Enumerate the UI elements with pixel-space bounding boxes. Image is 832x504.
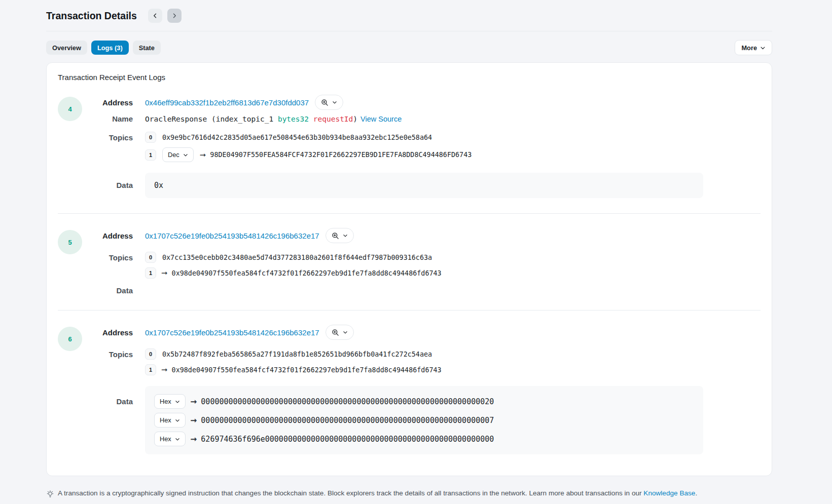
- event-signature: OracleResponse (index_topic_1 bytes32 re…: [145, 115, 357, 123]
- prev-transaction-button[interactable]: [148, 9, 162, 23]
- chevron-down-icon: [332, 100, 337, 105]
- chevron-down-icon: [175, 437, 180, 442]
- topic-item: 0 0x9e9bc7616d42c2835d05ae617e508454e63b…: [145, 132, 472, 143]
- data-format-dropdown[interactable]: Hex: [154, 394, 186, 409]
- address-row: Address 0x46eff99cab332f1b2eb2ff6813d67e…: [82, 95, 761, 110]
- data-format-dropdown[interactable]: Hex: [154, 413, 186, 428]
- topic-value: 0x7cc135e0cebb02c3480ae5d74d377283180a26…: [162, 254, 432, 261]
- topic-item: 0 0x7cc135e0cebb02c3480ae5d74d377283180a…: [145, 252, 442, 263]
- log-index-badge: 6: [58, 327, 82, 351]
- address-row: Address 0x1707c526e19fe0b254193b5481426c…: [82, 228, 761, 243]
- topic-value: 0x98de04907f550fea584fcf4732f01f2662297e…: [172, 269, 442, 277]
- topic-index-badge: 0: [145, 252, 156, 263]
- param-type: bytes32: [278, 115, 309, 123]
- arrow-right-icon: ➞: [161, 365, 168, 374]
- topics-row: Topics 0 0x5b72487f892feba565865a27f191d…: [82, 348, 761, 375]
- data-row: Data: [82, 286, 761, 295]
- topics-row: Topics 0 0x7cc135e0cebb02c3480ae5d74d377…: [82, 252, 761, 279]
- address-link[interactable]: 0x46eff99cab332f1b2eb2ff6813d67e7d30fdd0…: [145, 98, 309, 107]
- chevron-down-icon: [175, 418, 180, 423]
- log-index: 4: [68, 105, 71, 113]
- footer-note: A transaction is a cryptographically sig…: [46, 489, 772, 498]
- lightbulb-icon: [46, 490, 54, 498]
- topics-row: Topics 0 0x9e9bc7616d42c2835d05ae617e508…: [82, 132, 761, 162]
- name-label: Name: [82, 114, 133, 123]
- more-dropdown-button[interactable]: More: [735, 40, 772, 55]
- log-index-badge: 4: [58, 97, 82, 121]
- log-entry: 4 Address 0x46eff99cab332f1b2eb2ff6813d6…: [58, 95, 761, 198]
- topic-item: 1 ➞ 0x98de04907f550fea584fcf4732f01f2662…: [145, 364, 442, 375]
- address-link[interactable]: 0x1707c526e19fe0b254193b5481426c196b632e…: [145, 328, 319, 337]
- topic-index-badge: 1: [145, 267, 156, 279]
- chevron-left-icon: [152, 13, 158, 19]
- data-word-row: Hex ➞ 0000000000000000000000000000000000…: [154, 394, 694, 409]
- param-name: requestId: [313, 115, 353, 123]
- data-box: Hex ➞ 0000000000000000000000000000000000…: [145, 386, 703, 454]
- arrow-right-icon: ➞: [200, 150, 206, 160]
- topic-value: 98DE04907F550FEA584FCF4732F01F2662297EB9…: [210, 151, 472, 159]
- topic-index-badge: 0: [145, 132, 156, 143]
- tabs-bar: Overview Logs (3) State More: [46, 40, 772, 55]
- arrow-right-icon: ➞: [161, 268, 168, 278]
- topics-label: Topics: [82, 350, 133, 359]
- log-entry: 5 Address 0x1707c526e19fe0b254193b548142…: [58, 228, 761, 295]
- data-label: Data: [82, 181, 133, 189]
- address-zoom-dropdown-button[interactable]: [325, 325, 354, 340]
- topic-item: 1 Dec ➞ 98DE04907F550FEA584FCF4732F01F26…: [145, 147, 472, 162]
- topic-value: 0x5b72487f892feba565865a27f191da8fb1e852…: [162, 351, 432, 358]
- arrow-right-icon: ➞: [191, 435, 197, 444]
- data-word-value: 0000000000000000000000000000000000000000…: [201, 416, 494, 425]
- data-row: Data 0x: [82, 173, 761, 198]
- view-source-link[interactable]: View Source: [360, 115, 402, 123]
- address-label: Address: [82, 328, 133, 337]
- data-word-value: 626974636f696e00000000000000000000000000…: [201, 435, 494, 444]
- chevron-down-icon: [343, 233, 348, 238]
- footer-text: A transaction is a cryptographically sig…: [58, 489, 697, 497]
- log-index-badge: 5: [58, 230, 82, 254]
- topic-value: 0x98de04907f550fea584fcf4732f01f2662297e…: [172, 366, 442, 374]
- data-word-value: 0000000000000000000000000000000000000000…: [201, 397, 494, 406]
- next-transaction-button[interactable]: [167, 9, 182, 23]
- arrow-right-icon: ➞: [191, 416, 197, 425]
- tab-state[interactable]: State: [133, 41, 161, 55]
- magnifier-zoom-in-icon: [332, 232, 339, 240]
- page-title: Transaction Details: [46, 10, 137, 22]
- chevron-down-icon: [343, 330, 348, 335]
- data-format-dropdown[interactable]: Hex: [154, 432, 186, 446]
- address-link[interactable]: 0x1707c526e19fe0b254193b5481426c196b632e…: [145, 231, 319, 240]
- data-value: 0x: [154, 181, 163, 190]
- data-label: Data: [82, 286, 133, 295]
- tab-logs[interactable]: Logs (3): [91, 41, 129, 55]
- name-row: Name OracleResponse (index_topic_1 bytes…: [82, 114, 761, 123]
- log-index: 6: [68, 335, 71, 343]
- page-header: Transaction Details: [46, 0, 772, 31]
- topic-value: 0x9e9bc7616d42c2835d05ae617e508454e63b30…: [162, 134, 432, 141]
- data-row: Data Hex: [82, 386, 761, 454]
- log-divider: [58, 310, 761, 311]
- card-heading: Transaction Receipt Event Logs: [58, 73, 761, 82]
- tab-overview[interactable]: Overview: [46, 41, 87, 55]
- more-label: More: [741, 44, 757, 52]
- topic-item: 1 ➞ 0x98de04907f550fea584fcf4732f01f2662…: [145, 267, 442, 279]
- address-zoom-dropdown-button[interactable]: [315, 95, 343, 110]
- arrow-right-icon: ➞: [191, 397, 197, 406]
- data-word-row: Hex ➞ 626974636f696e00000000000000000000…: [154, 432, 694, 446]
- chevron-down-icon: [760, 45, 766, 51]
- topic-index-badge: 0: [145, 348, 156, 360]
- topic-format-dropdown[interactable]: Dec: [162, 147, 194, 162]
- chevron-down-icon: [183, 152, 188, 158]
- data-box: 0x: [145, 173, 703, 198]
- chevron-down-icon: [175, 399, 180, 404]
- topics-label: Topics: [82, 133, 133, 142]
- magnifier-zoom-in-icon: [332, 329, 339, 336]
- data-word-row: Hex ➞ 0000000000000000000000000000000000…: [154, 413, 694, 428]
- address-label: Address: [82, 231, 133, 240]
- chevron-right-icon: [171, 13, 177, 19]
- knowledge-base-link[interactable]: Knowledge Base: [643, 489, 695, 497]
- topics-label: Topics: [82, 253, 133, 262]
- topic-index-badge: 1: [145, 364, 156, 375]
- page-content: Transaction Details Overview Logs (3) St…: [0, 0, 832, 498]
- address-zoom-dropdown-button[interactable]: [325, 228, 354, 243]
- log-entry: 6 Address 0x1707c526e19fe0b254193b548142…: [58, 325, 761, 454]
- log-divider: [58, 213, 761, 214]
